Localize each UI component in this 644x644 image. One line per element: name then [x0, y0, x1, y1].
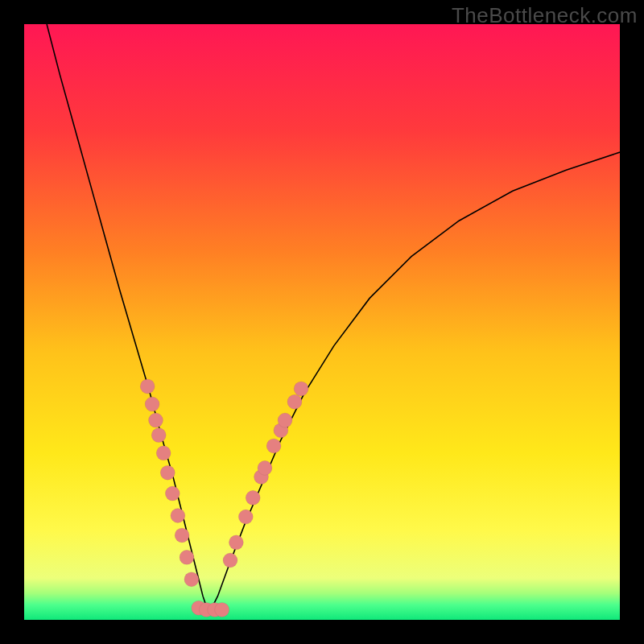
- curve-marker: [140, 379, 155, 394]
- curve-marker: [184, 572, 199, 587]
- curve-marker: [151, 428, 166, 443]
- curve-marker: [180, 550, 194, 564]
- curve-marker: [165, 486, 180, 501]
- curve-marker: [287, 394, 302, 409]
- curve-marker: [294, 382, 308, 396]
- curve-marker: [223, 553, 237, 568]
- curve-marker: [171, 509, 185, 523]
- plot-area: [24, 24, 620, 620]
- chart-frame: TheBottleneck.com: [0, 0, 644, 644]
- curve-marker: [145, 397, 159, 411]
- curve-marker: [160, 465, 175, 480]
- curve-marker: [215, 602, 229, 617]
- chart-svg: [24, 24, 620, 620]
- curve-marker: [175, 528, 189, 543]
- curve-marker: [266, 439, 281, 453]
- curve-marker: [229, 535, 243, 550]
- curve-marker: [258, 460, 272, 475]
- curve-marker: [238, 510, 253, 524]
- curve-marker: [278, 413, 292, 427]
- bottleneck-curve: [47, 24, 620, 614]
- curve-marker: [246, 490, 260, 505]
- curve-marker: [156, 446, 171, 460]
- marker-group: [140, 379, 308, 617]
- watermark-text: TheBottleneck.com: [452, 3, 638, 28]
- curve-marker: [149, 413, 163, 427]
